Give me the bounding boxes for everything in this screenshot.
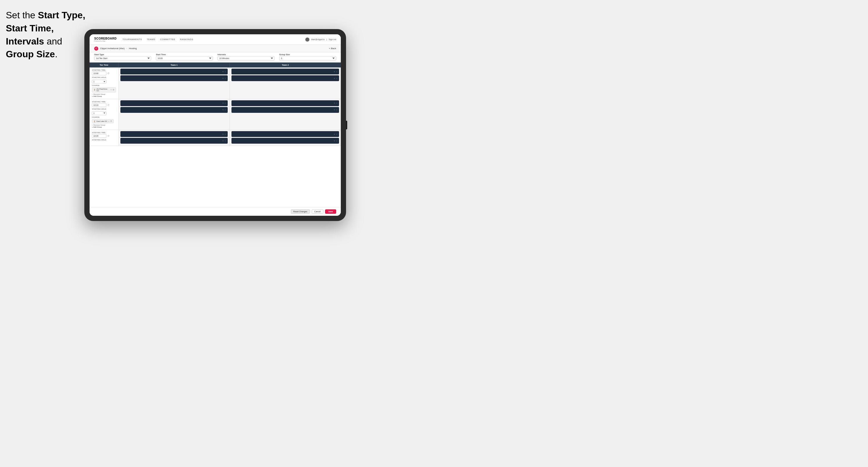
col-tee-time: Tee Time — [90, 63, 119, 67]
clock-icon-3: ⏱ — [107, 135, 110, 137]
group-size-select[interactable]: 3 — [279, 56, 336, 61]
player-icons-5-1: × ○ — [222, 133, 226, 135]
player-x-btn[interactable]: × — [222, 102, 224, 104]
player-icons-5-2: × ○ — [222, 139, 226, 142]
nav-tournaments[interactable]: TOURNAMENTS — [122, 37, 142, 41]
intervals-select[interactable]: 10 Minutes — [218, 56, 275, 61]
course-name-1: (A) Peachtree GC — [97, 88, 110, 92]
player-icons-2-1: × ○ — [334, 70, 337, 73]
sign-out-link[interactable]: | — [326, 38, 327, 40]
player-edit-btn[interactable]: ○ — [224, 77, 226, 80]
player-edit-btn[interactable]: ○ — [224, 70, 226, 73]
nav-right: blair@clippd.io | Sign out — [305, 37, 336, 41]
player-icons-1-1: × ○ — [222, 70, 226, 73]
course-remove-2[interactable]: × — [108, 120, 109, 122]
table-row: STARTING TIME: ⏱ STARTING HOLE: × ○ — [90, 130, 341, 146]
starting-hole-label-3: STARTING HOLE: — [92, 139, 116, 141]
intervals-group: Intervals 10 Minutes — [218, 54, 275, 61]
breadcrumb-section: Hosting — [129, 47, 137, 50]
player-row-4-1: × ○ — [231, 100, 339, 106]
player-icons-2-2: × ○ — [334, 77, 337, 80]
user-avatar — [305, 37, 309, 41]
player-x-btn[interactable]: × — [334, 133, 335, 135]
player-x-btn[interactable]: × — [222, 70, 224, 73]
add-group-2[interactable]: + Add Group — [92, 126, 116, 128]
player-row-5-1: × ○ — [120, 131, 228, 137]
schedule-table: Tee Time Team 1 Team 2 STARTING TIME: ⏱ … — [90, 63, 341, 207]
player-icons-6-1: × ○ — [334, 133, 337, 135]
breadcrumb-bar: C Clippd Invitational (Mar) › Hosting < … — [90, 45, 341, 52]
course-name-2: East Lake GC — [97, 120, 107, 122]
add-group-1[interactable]: + Add Group — [92, 95, 116, 97]
course-remove-1[interactable]: × — [111, 89, 112, 91]
player-x-btn[interactable]: × — [222, 133, 224, 135]
start-type-label: Start Type — [94, 54, 151, 56]
action-bar: Reset Changes Cancel Save — [90, 207, 341, 216]
tee-time-cell-3: STARTING TIME: ⏱ STARTING HOLE: — [90, 130, 119, 146]
nav-committee[interactable]: COMMITTEE — [160, 37, 175, 41]
starting-hole-label-1: STARTING HOLE: — [92, 76, 116, 78]
player-x-btn[interactable]: × — [334, 108, 335, 111]
player-edit-btn[interactable]: ○ — [336, 133, 337, 135]
start-time-select[interactable]: 10:00 — [156, 56, 213, 61]
player-edit-btn[interactable]: ○ — [336, 102, 337, 104]
player-row-2-2: × ○ — [231, 75, 339, 81]
player-x-btn[interactable]: × — [222, 139, 224, 142]
player-icons-3-1: × ○ — [222, 102, 226, 104]
breadcrumb: C Clippd Invitational (Mar) › Hosting — [94, 46, 137, 51]
course-label-1: COURSE: — [92, 85, 116, 86]
player-x-btn[interactable]: × — [222, 77, 224, 80]
player-edit-btn[interactable]: ○ — [224, 102, 226, 104]
start-type-select[interactable]: 1st Tee Start — [94, 56, 151, 61]
starting-time-input-2[interactable] — [92, 103, 106, 107]
col-team1: Team 1 — [119, 63, 230, 67]
player-x-btn[interactable]: × — [334, 70, 335, 73]
nav-rankings[interactable]: RANKINGS — [180, 37, 193, 41]
remove-group-2[interactable]: ○ Remove Group — [92, 124, 116, 126]
starting-time-row-2: ⏱ — [92, 103, 116, 107]
player-edit-btn[interactable]: ○ — [224, 139, 226, 142]
starting-time-input-1[interactable] — [92, 71, 106, 75]
reset-button[interactable]: Reset Changes — [291, 209, 310, 214]
course-tag-2: 🏌 East Lake GC × ⚙ — [92, 119, 114, 123]
starting-hole-select-2[interactable]: 1 — [92, 112, 106, 115]
team1-slot-3: × ○ × ○ — [119, 130, 230, 146]
player-edit-btn[interactable]: ○ — [336, 139, 337, 142]
intervals-label: Intervals — [218, 54, 275, 56]
player-edit-btn[interactable]: ○ — [224, 108, 226, 111]
starting-time-input-3[interactable] — [92, 134, 106, 138]
starting-hole-label-2: STARTING HOLE: — [92, 108, 116, 110]
course-settings-1[interactable]: ⚙ — [113, 89, 114, 91]
starting-hole-select-1[interactable]: 1 — [92, 80, 106, 84]
nav-teams[interactable]: TEAMS — [147, 37, 155, 41]
player-row-6-1: × ○ — [231, 131, 339, 137]
back-button[interactable]: < Back — [329, 47, 336, 50]
save-button[interactable]: Save — [325, 209, 336, 214]
course-settings-2[interactable]: ⚙ — [110, 120, 112, 122]
remove-group-1[interactable]: ○ Remove Group — [92, 93, 116, 95]
player-row-4-2: × ○ — [231, 107, 339, 113]
team2-slot-1: × ○ × ○ — [230, 67, 341, 99]
group-size-label: Group Size — [279, 54, 336, 56]
player-edit-btn[interactable]: ○ — [224, 133, 226, 135]
player-edit-btn[interactable]: ○ — [336, 77, 337, 80]
player-row-2-1: × ○ — [231, 69, 339, 74]
player-x-btn[interactable]: × — [222, 108, 224, 111]
cancel-button[interactable]: Cancel — [312, 209, 323, 214]
player-icons-4-2: × ○ — [334, 108, 337, 111]
player-x-btn[interactable]: × — [334, 77, 335, 80]
breadcrumb-tournament[interactable]: Clippd Invitational (Mar) — [100, 47, 124, 50]
clipp-logo: C — [94, 46, 98, 51]
starting-time-label-2: STARTING TIME: — [92, 101, 116, 103]
player-x-btn[interactable]: × — [334, 139, 335, 142]
logo-area: SCOREBOARD Powered by clipp — [94, 37, 117, 42]
table-row: STARTING TIME: ⏱ STARTING HOLE: 1 COURSE… — [90, 67, 341, 99]
sign-out-text[interactable]: Sign out — [329, 38, 336, 40]
player-edit-btn[interactable]: ○ — [336, 108, 337, 111]
starting-time-row-1: ⏱ — [92, 71, 116, 75]
tablet-side-button — [346, 121, 347, 129]
player-x-btn[interactable]: × — [334, 102, 335, 104]
player-icons-3-2: × ○ — [222, 108, 226, 111]
tee-time-cell-2: STARTING TIME: ⏱ STARTING HOLE: 1 COURSE… — [90, 99, 119, 130]
player-edit-btn[interactable]: ○ — [336, 70, 337, 73]
